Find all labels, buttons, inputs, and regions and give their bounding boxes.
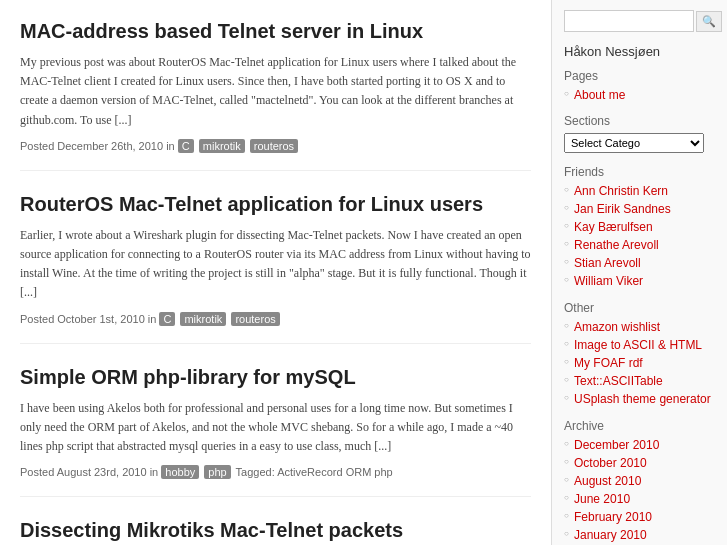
sections-label: Sections bbox=[564, 114, 715, 128]
post-category-tag[interactable]: C bbox=[159, 312, 175, 326]
other-list: Amazon wishlistImage to ASCII & HTMLMy F… bbox=[564, 320, 715, 407]
other-link[interactable]: Amazon wishlist bbox=[574, 320, 660, 334]
friend-item: Renathe Arevoll bbox=[564, 238, 715, 253]
post-category-tag[interactable]: routeros bbox=[231, 312, 279, 326]
post-meta: Posted October 1st, 2010 in C mikrotik r… bbox=[20, 313, 531, 325]
post-meta: Posted December 26th, 2010 in C mikrotik… bbox=[20, 140, 531, 152]
post-category-tag[interactable]: C bbox=[178, 139, 194, 153]
archive-item: June 2010 bbox=[564, 492, 715, 507]
friend-link[interactable]: William Viker bbox=[574, 274, 643, 288]
post-tag[interactable]: ActiveRecord bbox=[277, 466, 342, 478]
friends-section: Friends Ann Christin KernJan Eirik Sandn… bbox=[564, 165, 715, 289]
post-tag[interactable]: ORM bbox=[346, 466, 372, 478]
pages-link-item[interactable]: About me bbox=[564, 88, 715, 102]
author-name: Håkon Nessjøen bbox=[564, 44, 715, 59]
post-category-tag[interactable]: routeros bbox=[250, 139, 298, 153]
sidebar: 🔍 Håkon Nessjøen Pages About me Sections… bbox=[552, 0, 727, 545]
archive-section: Archive December 2010October 2010August … bbox=[564, 419, 715, 545]
post-item: Simple ORM php-library for mySQLI have b… bbox=[20, 366, 531, 498]
search-button[interactable]: 🔍 bbox=[696, 11, 722, 32]
archive-link[interactable]: August 2010 bbox=[574, 474, 641, 488]
friend-link[interactable]: Renathe Arevoll bbox=[574, 238, 659, 252]
other-item: My FOAF rdf bbox=[564, 356, 715, 371]
sections-select[interactable]: Select Catego bbox=[564, 133, 704, 153]
post-category-tag[interactable]: mikrotik bbox=[180, 312, 226, 326]
main-content: MAC-address based Telnet server in Linux… bbox=[0, 0, 552, 545]
post-meta: Posted August 23rd, 2010 in hobby php Ta… bbox=[20, 466, 531, 478]
post-title[interactable]: RouterOS Mac-Telnet application for Linu… bbox=[20, 193, 531, 216]
friend-link[interactable]: Ann Christin Kern bbox=[574, 184, 668, 198]
archive-item: October 2010 bbox=[564, 456, 715, 471]
other-item: Image to ASCII & HTML bbox=[564, 338, 715, 353]
archive-link[interactable]: December 2010 bbox=[574, 438, 659, 452]
friend-item: Kay Bærulfsen bbox=[564, 220, 715, 235]
sections-section: Sections Select Catego bbox=[564, 114, 715, 153]
post-tag[interactable]: php bbox=[374, 466, 392, 478]
other-item: Text::ASCIITable bbox=[564, 374, 715, 389]
post-excerpt: My previous post was about RouterOS Mac-… bbox=[20, 53, 531, 130]
post-item: RouterOS Mac-Telnet application for Linu… bbox=[20, 193, 531, 344]
archive-item: August 2010 bbox=[564, 474, 715, 489]
post-category-tag[interactable]: mikrotik bbox=[199, 139, 245, 153]
archive-link[interactable]: June 2010 bbox=[574, 492, 630, 506]
post-item: MAC-address based Telnet server in Linux… bbox=[20, 20, 531, 171]
post-category-tag[interactable]: hobby bbox=[161, 465, 199, 479]
archive-item: December 2010 bbox=[564, 438, 715, 453]
other-item: Amazon wishlist bbox=[564, 320, 715, 335]
other-item: USplash theme generator bbox=[564, 392, 715, 407]
archive-link[interactable]: February 2010 bbox=[574, 510, 652, 524]
other-link[interactable]: Image to ASCII & HTML bbox=[574, 338, 702, 352]
friend-link[interactable]: Jan Eirik Sandnes bbox=[574, 202, 671, 216]
archive-link[interactable]: October 2010 bbox=[574, 456, 647, 470]
archive-link[interactable]: January 2010 bbox=[574, 528, 647, 542]
other-link[interactable]: USplash theme generator bbox=[574, 392, 711, 406]
friend-link[interactable]: Kay Bærulfsen bbox=[574, 220, 653, 234]
friends-label: Friends bbox=[564, 165, 715, 179]
friend-item: Stian Arevoll bbox=[564, 256, 715, 271]
search-input[interactable] bbox=[564, 10, 694, 32]
archive-item: January 2010 bbox=[564, 528, 715, 543]
post-title[interactable]: Dissecting Mikrotiks Mac-Telnet packets bbox=[20, 519, 531, 542]
archive-label: Archive bbox=[564, 419, 715, 433]
archive-item: February 2010 bbox=[564, 510, 715, 525]
friend-item: William Viker bbox=[564, 274, 715, 289]
other-link[interactable]: Text::ASCIITable bbox=[574, 374, 663, 388]
post-title[interactable]: MAC-address based Telnet server in Linux bbox=[20, 20, 531, 43]
pages-section: Pages About me bbox=[564, 69, 715, 102]
search-form: 🔍 bbox=[564, 10, 715, 32]
post-excerpt: I have been using Akelos both for profes… bbox=[20, 399, 531, 457]
pages-links: About me bbox=[564, 88, 715, 102]
friend-item: Jan Eirik Sandnes bbox=[564, 202, 715, 217]
other-label: Other bbox=[564, 301, 715, 315]
friend-link[interactable]: Stian Arevoll bbox=[574, 256, 641, 270]
friends-list: Ann Christin KernJan Eirik SandnesKay Bæ… bbox=[564, 184, 715, 289]
other-link[interactable]: My FOAF rdf bbox=[574, 356, 643, 370]
post-title[interactable]: Simple ORM php-library for mySQL bbox=[20, 366, 531, 389]
pages-label: Pages bbox=[564, 69, 715, 83]
other-section: Other Amazon wishlistImage to ASCII & HT… bbox=[564, 301, 715, 407]
post-excerpt: Earlier, I wrote about a Wireshark plugi… bbox=[20, 226, 531, 303]
post-category-tag[interactable]: php bbox=[204, 465, 230, 479]
friend-item: Ann Christin Kern bbox=[564, 184, 715, 199]
archive-list: December 2010October 2010August 2010June… bbox=[564, 438, 715, 545]
post-item: Dissecting Mikrotiks Mac-Telnet packetsI… bbox=[20, 519, 531, 545]
